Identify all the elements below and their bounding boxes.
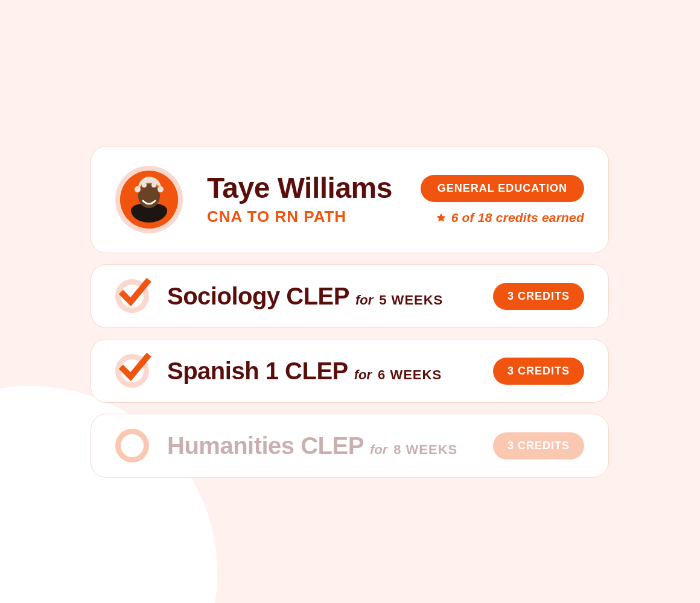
- svg-point-2: [135, 186, 141, 192]
- credits-earned-text: 6 of 18 credits earned: [451, 210, 584, 225]
- course-duration: 8 WEEKS: [393, 442, 457, 458]
- student-name: Taye Williams: [207, 173, 421, 203]
- profile-card: Taye Williams CNA TO RN PATH GENERAL EDU…: [91, 146, 609, 253]
- course-text: Humanities CLEP for 8 WEEKS: [167, 432, 493, 459]
- course-duration: 6 WEEKS: [378, 367, 442, 383]
- course-card[interactable]: Spanish 1 CLEP for 6 WEEKS 3 CREDITS: [91, 339, 609, 403]
- svg-point-5: [151, 183, 156, 188]
- card-stack: Taye Williams CNA TO RN PATH GENERAL EDU…: [91, 146, 609, 488]
- status-complete-icon: [115, 279, 149, 313]
- for-word: for: [354, 367, 372, 383]
- svg-point-4: [142, 183, 147, 188]
- avatar: [120, 171, 178, 229]
- course-title: Spanish 1 CLEP: [167, 358, 348, 385]
- course-card[interactable]: Sociology CLEP for 5 WEEKS 3 CREDITS: [91, 264, 609, 328]
- status-complete-icon: [115, 354, 149, 388]
- status-incomplete-icon: [115, 429, 149, 463]
- for-word: for: [355, 292, 373, 308]
- learning-path: CNA TO RN PATH: [207, 207, 421, 226]
- category-pill[interactable]: GENERAL EDUCATION: [421, 175, 584, 202]
- avatar-portrait-icon: [120, 171, 178, 229]
- avatar-ring: [115, 166, 183, 233]
- for-word: for: [370, 442, 387, 458]
- course-text: Sociology CLEP for 5 WEEKS: [167, 283, 493, 310]
- profile-right: GENERAL EDUCATION 6 of 18 credits earned: [421, 175, 584, 225]
- check-icon: [116, 350, 151, 385]
- star-icon: [436, 212, 447, 223]
- course-title: Humanities CLEP: [167, 432, 364, 459]
- course-text: Spanish 1 CLEP for 6 WEEKS: [167, 358, 493, 385]
- svg-point-3: [158, 186, 164, 192]
- credits-pill[interactable]: 3 CREDITS: [493, 432, 584, 459]
- credits-earned: 6 of 18 credits earned: [436, 210, 584, 225]
- check-icon: [116, 276, 151, 311]
- canvas: Taye Williams CNA TO RN PATH GENERAL EDU…: [0, 0, 700, 603]
- credits-pill[interactable]: 3 CREDITS: [493, 283, 584, 310]
- credits-pill[interactable]: 3 CREDITS: [493, 358, 584, 385]
- course-card[interactable]: Humanities CLEP for 8 WEEKS 3 CREDITS: [91, 414, 609, 478]
- course-title: Sociology CLEP: [167, 283, 349, 310]
- course-duration: 5 WEEKS: [379, 292, 443, 308]
- identity-block: Taye Williams CNA TO RN PATH: [207, 173, 421, 226]
